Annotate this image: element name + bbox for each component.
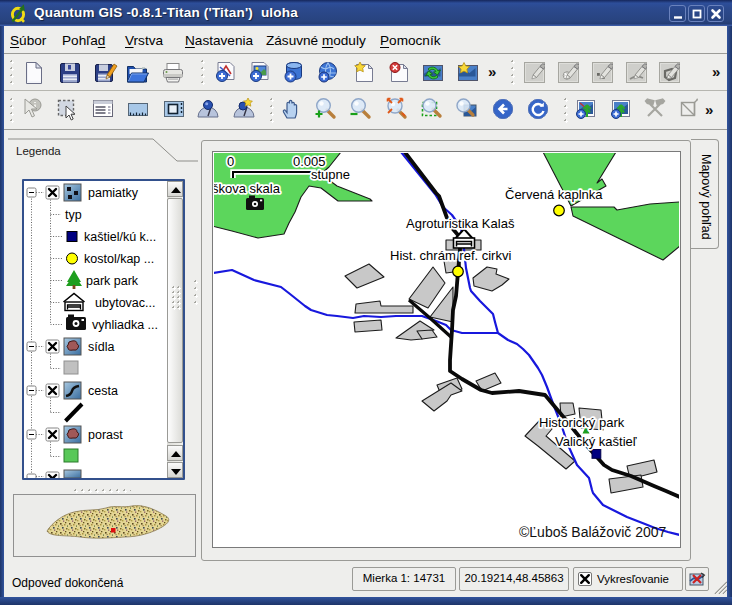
svg-text:pamiatky: pamiatky xyxy=(88,186,139,200)
svg-text:park park: park park xyxy=(86,274,139,288)
svg-text:sídla: sídla xyxy=(88,340,114,354)
svg-text:typ: typ xyxy=(65,208,82,222)
svg-text:vyhliadka ...: vyhliadka ... xyxy=(92,318,158,332)
svg-text:ubytovac...: ubytovac... xyxy=(95,296,155,310)
svg-text:kostol/kap ...: kostol/kap ... xyxy=(84,252,154,266)
svg-text:Hist. chrám ref. cirkvi: Hist. chrám ref. cirkvi xyxy=(390,248,511,263)
svg-text:Červená kaplnka: Červená kaplnka xyxy=(505,187,603,202)
svg-text:Agroturistika Kalaš: Agroturistika Kalaš xyxy=(406,216,515,231)
svg-text:kaštiel/kú k...: kaštiel/kú k... xyxy=(84,230,156,244)
svg-text:cesta: cesta xyxy=(88,384,118,398)
svg-text:0: 0 xyxy=(227,154,234,169)
svg-text:Valický kaštieľ: Valický kaštieľ xyxy=(555,434,637,449)
svg-text:©Ľuboš Balážovič 2007: ©Ľuboš Balážovič 2007 xyxy=(519,524,667,540)
svg-text:škova skala: škova skala xyxy=(214,181,281,196)
svg-text:porast: porast xyxy=(88,428,123,442)
svg-text:Historický park: Historický park xyxy=(539,415,625,430)
svg-text:stupne: stupne xyxy=(311,167,350,182)
